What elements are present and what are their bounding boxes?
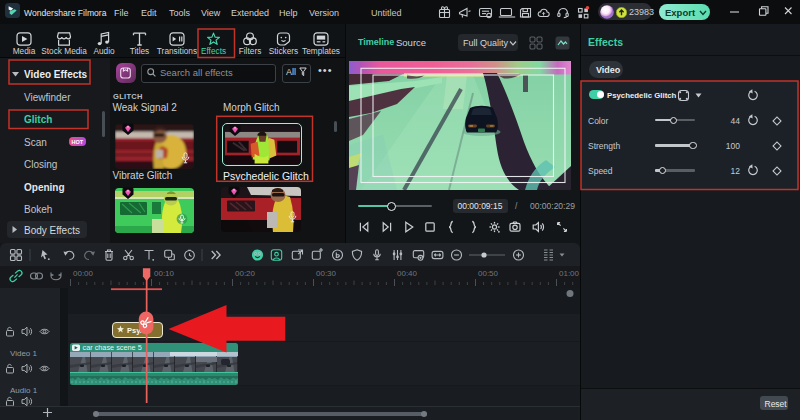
- svg-text:00:40: 00:40: [397, 269, 418, 278]
- svg-text:00:50: 00:50: [478, 269, 499, 278]
- svg-text:01:00: 01:00: [559, 269, 580, 278]
- svg-text:00:20: 00:20: [235, 269, 256, 278]
- svg-text:00:30: 00:30: [316, 269, 337, 278]
- svg-text:00:10: 00:10: [154, 269, 175, 278]
- svg-text:car chase scene 5: car chase scene 5: [82, 343, 141, 352]
- svg-text:00:00: 00:00: [73, 269, 94, 278]
